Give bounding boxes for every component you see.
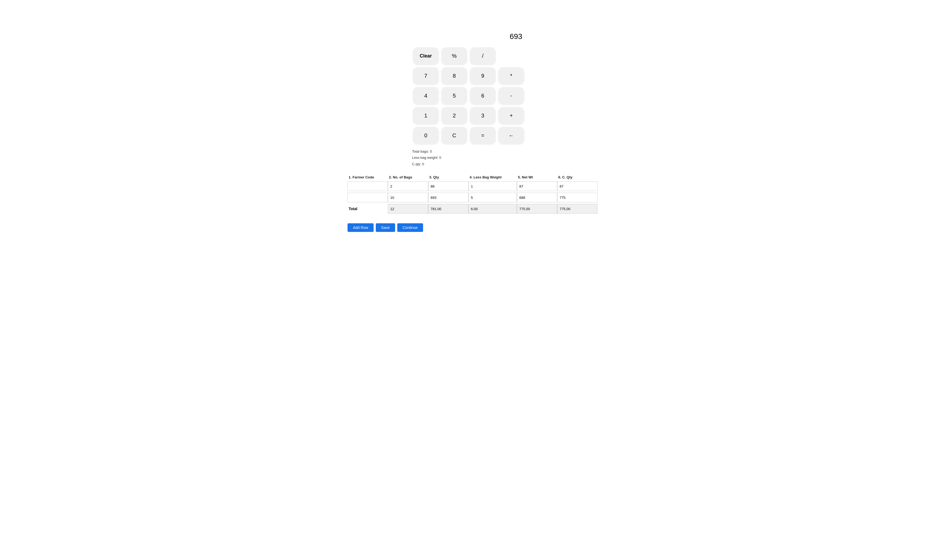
- col-header-no-of-bags: 2. No. of Bags: [388, 175, 428, 179]
- equals-button[interactable]: =: [470, 127, 495, 144]
- row2-qty[interactable]: [428, 193, 469, 202]
- key-1[interactable]: 1: [413, 107, 438, 124]
- total-net-wt: 775.00: [517, 204, 557, 214]
- add-row-button[interactable]: Add Row: [348, 223, 374, 232]
- key-c[interactable]: C: [442, 127, 467, 144]
- divide-button[interactable]: /: [470, 47, 495, 65]
- col-header-farmer-code: 1. Farmer Code: [348, 175, 388, 179]
- total-c-qty: 775.00: [557, 204, 597, 214]
- row1-c-qty[interactable]: [557, 182, 597, 191]
- row2-less-bag-weight[interactable]: [469, 193, 517, 202]
- key-5[interactable]: 5: [442, 87, 467, 104]
- calc-info: Total bags: 0 Less bag weight: 0 C.qty: …: [412, 148, 525, 167]
- key-2[interactable]: 2: [442, 107, 467, 124]
- total-label: Total: [348, 204, 388, 214]
- table-row: [348, 182, 589, 191]
- col-header-c-qty: 6. C. Qty: [557, 175, 597, 179]
- key-0[interactable]: 0: [413, 127, 438, 144]
- row2-net-wt[interactable]: [517, 193, 557, 202]
- key-8[interactable]: 8: [442, 67, 467, 85]
- backspace-button[interactable]: ←: [499, 127, 524, 144]
- col-header-less-bag-weight: 4. Less Bag Weight: [469, 175, 517, 179]
- total-less-bag-weight: 6.00: [469, 204, 517, 214]
- calc-row-2: 7 8 9 *: [413, 67, 524, 85]
- continue-button[interactable]: Continue: [397, 223, 423, 232]
- c-qty-label: C.qty: 0: [412, 161, 525, 167]
- calc-row-5: 0 C = ←: [413, 127, 524, 144]
- subtract-button[interactable]: -: [499, 87, 524, 104]
- row2-farmer-code[interactable]: [348, 193, 388, 202]
- row1-qty[interactable]: [428, 182, 469, 191]
- table-row: [348, 193, 589, 202]
- total-no-of-bags: 12: [388, 204, 428, 214]
- total-row: Total 12 781.00 6.00 775.00 775.00: [348, 204, 589, 214]
- table-header: 1. Farmer Code 2. No. of Bags 3. Qty 4. …: [348, 175, 589, 182]
- action-buttons: Add Row Save Continue: [348, 223, 589, 232]
- add-button[interactable]: +: [499, 107, 524, 124]
- row2-no-of-bags[interactable]: [388, 193, 428, 202]
- col-header-net-wt: 5. Net Wt: [517, 175, 557, 179]
- data-table: 1. Farmer Code 2. No. of Bags 3. Qty 4. …: [348, 175, 589, 214]
- row1-net-wt[interactable]: [517, 182, 557, 191]
- total-bags-label: Total bags: 0: [412, 148, 525, 154]
- row1-farmer-code[interactable]: [348, 182, 388, 191]
- row1-less-bag-weight[interactable]: [469, 182, 517, 191]
- calc-row-3: 4 5 6 -: [413, 87, 524, 104]
- key-4[interactable]: 4: [413, 87, 438, 104]
- key-9[interactable]: 9: [470, 67, 495, 85]
- calc-row-1: Clear % /: [413, 47, 524, 65]
- total-qty: 781.00: [428, 204, 469, 214]
- key-3[interactable]: 3: [470, 107, 495, 124]
- save-button[interactable]: Save: [376, 223, 395, 232]
- calculator-keypad: Clear % / 7 8 9 * 4 5 6 - 1 2 3 + 0 C: [413, 47, 524, 144]
- col-header-qty: 3. Qty: [428, 175, 469, 179]
- key-6[interactable]: 6: [470, 87, 495, 104]
- calculator-display: 693: [412, 32, 525, 41]
- percent-button[interactable]: %: [442, 47, 467, 65]
- row2-c-qty[interactable]: [557, 193, 597, 202]
- calc-row-4: 1 2 3 +: [413, 107, 524, 124]
- row1-no-of-bags[interactable]: [388, 182, 428, 191]
- key-7[interactable]: 7: [413, 67, 438, 85]
- less-bag-weight-label: Less bag weight: 0: [412, 154, 525, 161]
- clear-button[interactable]: Clear: [413, 47, 438, 65]
- multiply-button[interactable]: *: [499, 67, 524, 85]
